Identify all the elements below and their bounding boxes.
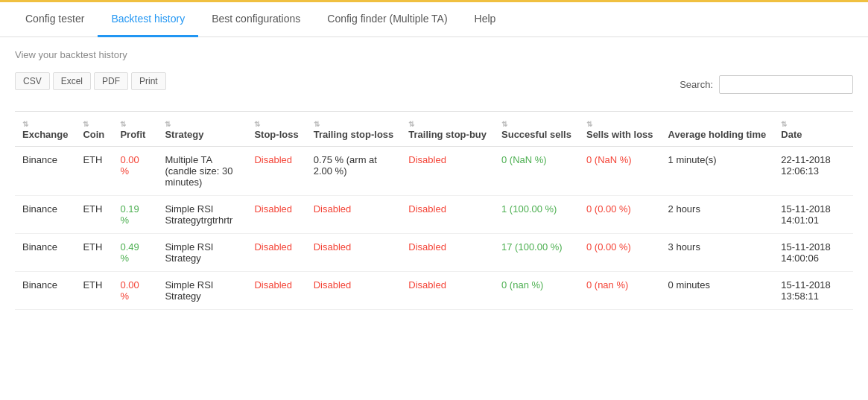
cell-successful-sells-value: 1 (100.00 %) (501, 203, 557, 215)
cell-stop-loss: Disabled (247, 272, 305, 310)
cell-successful-sells: 17 (100.00 %) (494, 234, 579, 272)
cell-trailing-stop-buy-value: Disabled (408, 241, 446, 253)
export-print-button[interactable]: Print (131, 72, 166, 90)
cell-successful-sells-value: 17 (100.00 %) (501, 241, 563, 253)
export-excel-button[interactable]: Excel (53, 72, 91, 90)
cell-stop-loss-value: Disabled (254, 279, 292, 291)
cell-sells-with-loss: 0 (0.00 %) (579, 196, 661, 234)
cell-exchange-value: Binance (22, 279, 57, 291)
sort-arrows-trailing: ⇅ (314, 120, 320, 128)
tab-best-configurations[interactable]: Best configurations (198, 2, 314, 37)
cell-profit: 0.00 % (113, 147, 157, 196)
sort-arrows-coin: ⇅ (83, 120, 89, 128)
export-pdf-button[interactable]: PDF (94, 72, 128, 90)
cell-trailing-stop-loss-value: 0.75 % (arm at 2.00 %) (314, 154, 377, 177)
th-exchange[interactable]: ⇅ Exchange (15, 112, 75, 147)
cell-avg-holding-time: 1 minute(s) (661, 147, 774, 196)
backtest-table: ⇅ Exchange ⇅ Coin ⇅ Profit ⇅ Strategy (15, 111, 853, 310)
cell-trailing-stop-loss: Disabled (306, 234, 402, 272)
cell-successful-sells-value: 0 (NaN %) (501, 154, 547, 165)
th-profit-label: Profit (120, 129, 145, 140)
cell-date: 15-11-2018 14:01:01 (773, 196, 853, 234)
cell-avg-holding-time-value: 2 hours (668, 203, 700, 215)
tab-config-tester[interactable]: Config tester (12, 2, 98, 37)
search-input[interactable] (719, 75, 853, 94)
th-profit[interactable]: ⇅ Profit (113, 112, 157, 147)
cell-avg-holding-time: 3 hours (661, 234, 774, 272)
cell-avg-holding-time-value: 1 minute(s) (668, 154, 717, 165)
th-avg-holding-time: Average holding time (661, 112, 774, 147)
cell-date: 15-11-2018 14:00:06 (773, 234, 853, 272)
cell-successful-sells: 0 (nan %) (494, 272, 579, 310)
cell-stop-loss: Disabled (247, 234, 305, 272)
main-content: View your backtest history CSV Excel PDF… (0, 37, 868, 322)
cell-date-value: 15-11-2018 13:58:11 (781, 279, 831, 302)
cell-exchange: Binance (15, 272, 75, 310)
cell-sells-with-loss: 0 (nan %) (579, 272, 661, 310)
cell-trailing-stop-loss-value: Disabled (314, 203, 352, 215)
cell-profit: 0.00 % (113, 272, 157, 310)
th-successful-sells-label: Succesful sells (501, 129, 571, 140)
cell-strategy: Simple RSI Strategytrgtrhrtr (157, 196, 247, 234)
tab-help[interactable]: Help (461, 2, 510, 37)
sort-arrows-profit: ⇅ (120, 120, 126, 128)
table-row: BinanceETH0.00 %Multiple TA (candle size… (15, 147, 853, 196)
cell-sells-with-loss: 0 (0.00 %) (579, 234, 661, 272)
cell-successful-sells: 1 (100.00 %) (494, 196, 579, 234)
th-trailing-stop-buy[interactable]: ⇅ Trailing stop-buy (401, 112, 494, 147)
sort-arrows-successful: ⇅ (501, 120, 507, 128)
export-csv-button[interactable]: CSV (15, 72, 50, 90)
cell-avg-holding-time-value: 3 hours (668, 241, 700, 253)
sort-arrows-stoploss: ⇅ (254, 120, 260, 128)
table-wrapper: ⇅ Exchange ⇅ Coin ⇅ Profit ⇅ Strategy (15, 111, 853, 310)
table-body: BinanceETH0.00 %Multiple TA (candle size… (15, 147, 853, 310)
cell-coin: ETH (75, 234, 113, 272)
cell-coin-value: ETH (83, 279, 102, 291)
cell-trailing-stop-buy: Disabled (401, 272, 494, 310)
cell-trailing-stop-loss-value: Disabled (314, 241, 352, 253)
cell-exchange: Binance (15, 147, 75, 196)
tab-backtest-history[interactable]: Backtest history (98, 2, 198, 37)
sort-arrows-date: ⇅ (781, 120, 787, 128)
cell-coin-value: ETH (83, 241, 102, 253)
cell-stop-loss-value: Disabled (254, 154, 292, 165)
cell-coin-value: ETH (83, 154, 102, 165)
cell-date-value: 22-11-2018 12:06:13 (781, 154, 831, 177)
cell-date: 22-11-2018 12:06:13 (773, 147, 853, 196)
th-stop-loss[interactable]: ⇅ Stop-loss (247, 112, 305, 147)
th-trailing-stop-loss[interactable]: ⇅ Trailing stop-loss (306, 112, 402, 147)
search-label: Search: (679, 79, 713, 90)
cell-stop-loss-value: Disabled (254, 241, 292, 253)
cell-successful-sells-value: 0 (nan %) (501, 279, 543, 291)
search-bar: Search: (679, 75, 853, 94)
cell-profit-value: 0.00 % (120, 154, 139, 177)
cell-trailing-stop-loss: Disabled (306, 272, 402, 310)
view-title: View your backtest history (15, 49, 853, 60)
cell-date-value: 15-11-2018 14:00:06 (781, 241, 831, 264)
th-successful-sells[interactable]: ⇅ Succesful sells (494, 112, 579, 147)
cell-exchange-value: Binance (22, 154, 57, 165)
cell-coin: ETH (75, 272, 113, 310)
export-buttons: CSV Excel PDF Print (15, 72, 166, 90)
cell-avg-holding-time: 0 minutes (661, 272, 774, 310)
th-coin[interactable]: ⇅ Coin (75, 112, 113, 147)
cell-profit: 0.19 % (113, 196, 157, 234)
table-row: BinanceETH0.00 %Simple RSI StrategyDisab… (15, 272, 853, 310)
th-trailing-stop-buy-label: Trailing stop-buy (408, 129, 487, 140)
cell-exchange: Binance (15, 196, 75, 234)
th-avg-holding-time-label: Average holding time (668, 129, 767, 140)
th-date[interactable]: ⇅ Date (773, 112, 853, 147)
cell-sells-with-loss-value: 0 (NaN %) (586, 154, 632, 165)
th-exchange-label: Exchange (22, 129, 68, 140)
cell-trailing-stop-buy: Disabled (401, 196, 494, 234)
cell-strategy: Multiple TA (candle size: 30 minutes) (157, 147, 247, 196)
th-sells-with-loss[interactable]: ⇅ Sells with loss (579, 112, 661, 147)
cell-profit-value: 0.19 % (120, 203, 139, 226)
cell-strategy: Simple RSI Strategy (157, 234, 247, 272)
cell-avg-holding-time-value: 0 minutes (668, 279, 710, 291)
cell-coin: ETH (75, 147, 113, 196)
cell-date: 15-11-2018 13:58:11 (773, 272, 853, 310)
tab-config-finder[interactable]: Config finder (Multiple TA) (314, 2, 460, 37)
th-strategy[interactable]: ⇅ Strategy (157, 112, 247, 147)
cell-sells-with-loss-value: 0 (0.00 %) (586, 241, 631, 253)
